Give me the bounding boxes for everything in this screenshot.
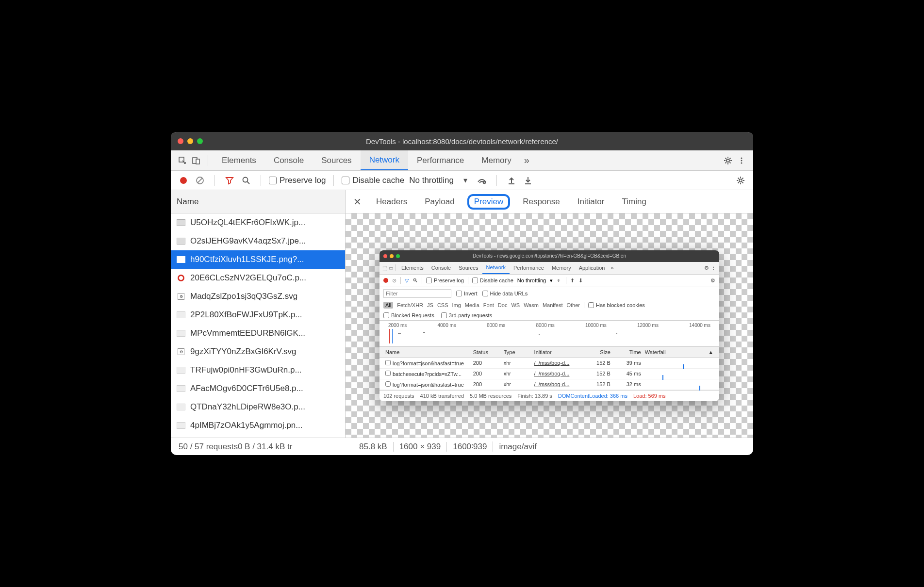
inner-disable-cache: Disable cache [472, 277, 513, 283]
dropdown-caret-icon[interactable]: ▾ [459, 174, 472, 187]
device-toolbar-icon[interactable] [189, 154, 203, 167]
inner-wifi-icon: ᯤ [557, 277, 562, 283]
clear-icon[interactable] [193, 174, 207, 187]
file-row[interactable]: TRFujw0pi0nHF3GwDuRn.p... [171, 361, 345, 379]
inspect-element-icon[interactable] [176, 154, 189, 167]
download-har-icon[interactable] [521, 174, 535, 187]
file-row[interactable]: h90CtfziXluvh1LSSKJE.png?... [171, 250, 345, 269]
file-name: 20E6CLcSzNV2GELQu7oC.p... [190, 273, 306, 283]
inner-toolbar-settings-icon: ⚙ [710, 277, 715, 284]
inner-category: Font [483, 302, 494, 308]
file-row[interactable]: U5OHzQL4tEKFr6OFIxWK.jp... [171, 213, 345, 232]
inner-blocked-row: Blocked Requests 3rd-party requests [380, 310, 719, 321]
timeline-label: 12000 ms [637, 323, 659, 328]
file-row[interactable]: ⚙MadqZslZpo1sj3qQ3GsZ.svg [171, 287, 345, 306]
kebab-menu-icon[interactable] [735, 154, 748, 167]
file-row[interactable]: AFacMOgv6D0CFTr6U5e8.p... [171, 379, 345, 398]
maximize-window-button[interactable] [197, 138, 203, 144]
inner-blocked-requests: Blocked Requests [383, 312, 434, 318]
inner-category: JS [427, 302, 433, 308]
file-row[interactable]: 20E6CLcSzNV2GELQu7oC.p... [171, 269, 345, 287]
file-type-icon [177, 404, 185, 410]
file-row[interactable]: QTDnaY32hLDipeRW8e3O.p... [171, 398, 345, 416]
filter-icon[interactable] [223, 174, 236, 187]
detail-tab-preview[interactable]: Preview [465, 190, 512, 213]
inner-overflow: » [610, 265, 613, 271]
network-toolbar: Preserve log Disable cache No throttling… [171, 171, 753, 190]
preview-area: DevTools - news.google.com/topstories?hl… [346, 213, 753, 438]
inner-tab-network: Network [482, 262, 510, 274]
settings-icon[interactable] [721, 154, 735, 167]
file-row[interactable]: 4pIMBj7zOAk1y5Agmmoj.pn... [171, 416, 345, 435]
disable-cache-label: Disable cache [352, 176, 404, 185]
svg-point-3 [726, 159, 729, 162]
sidebar-header-name[interactable]: Name [171, 190, 345, 213]
file-type-icon [177, 311, 185, 318]
divider [261, 175, 261, 186]
tab-network[interactable]: Network [361, 150, 408, 170]
file-row[interactable]: O2slJEHG9avKV4aqzSx7.jpe... [171, 232, 345, 250]
inner-table-row: log?format=json&hasfast=true200xhr/_/mss… [380, 358, 719, 369]
detail-tab-timing[interactable]: Timing [615, 190, 653, 213]
record-button[interactable] [177, 174, 190, 187]
tab-memory[interactable]: Memory [473, 150, 520, 170]
titlebar: DevTools - localhost:8080/docs/devtools/… [171, 132, 753, 150]
status-dimensions: 1600 × 939 [394, 442, 447, 452]
divider [208, 155, 208, 166]
file-type-icon [177, 330, 185, 337]
preserve-log-checkbox[interactable]: Preserve log [269, 176, 326, 185]
detail-tab-response[interactable]: Response [516, 190, 567, 213]
file-type-icon: ⚙ [177, 348, 185, 355]
inner-close-icon [383, 254, 387, 258]
upload-har-icon[interactable] [505, 174, 518, 187]
tab-elements[interactable]: Elements [213, 150, 265, 170]
file-row[interactable]: ⚙9gzXiTYY0nZzBxGI6KrV.svg [171, 342, 345, 361]
preview-image: DevTools - news.google.com/topstories?hl… [380, 250, 719, 401]
inner-category: Wasm [524, 302, 539, 308]
inner-has-blocked: Has blocked cookies [588, 302, 645, 308]
content-area: Name U5OHzQL4tEKFr6OFIxWK.jp...O2slJEHG9… [171, 190, 753, 438]
throttling-dropdown[interactable]: No throttling [407, 176, 456, 185]
file-row[interactable]: MPcVmmemtEEDURBN6lGK... [171, 324, 345, 342]
tab-performance[interactable]: Performance [408, 150, 473, 170]
detail-tab-headers[interactable]: Headers [369, 190, 414, 213]
file-name: 4pIMBj7zOAk1y5Agmmoj.pn... [190, 421, 302, 430]
search-icon[interactable] [239, 174, 253, 187]
inner-filter-icon: ▽ [405, 277, 409, 284]
tab-console[interactable]: Console [265, 150, 313, 170]
detail-tab-initiator[interactable]: Initiator [571, 190, 611, 213]
statusbar: 50 / 57 requests 0 B / 31.4 kB tr 85.8 k… [171, 438, 753, 455]
network-settings-icon[interactable] [734, 174, 747, 187]
inner-category: All [383, 302, 393, 309]
inner-table-row: log?format=json&hasfast=true200xhr/_/mss… [380, 379, 719, 390]
inner-tabs: ⬚ ▭ ElementsConsoleSourcesNetworkPerform… [380, 262, 719, 275]
file-type-icon [177, 256, 185, 263]
network-conditions-icon[interactable] [475, 174, 489, 187]
file-type-icon [177, 422, 185, 429]
file-name: U5OHzQL4tEKFr6OFIxWK.jp... [190, 218, 305, 228]
inner-throttling: No throttling [517, 277, 546, 283]
inner-category: CSS [437, 302, 448, 308]
disable-cache-checkbox[interactable]: Disable cache [342, 176, 404, 185]
inner-tab-performance: Performance [510, 262, 548, 274]
main-tabs: ElementsConsoleSourcesNetworkPerformance… [171, 150, 753, 171]
close-window-button[interactable] [178, 138, 183, 144]
svg-point-4 [741, 157, 742, 159]
inner-maximize-icon [396, 254, 400, 258]
inner-table-header: Name Status Type Initiator Size Time Wat… [380, 347, 719, 358]
close-detail-icon[interactable]: ✕ [349, 196, 365, 208]
minimize-window-button[interactable] [187, 138, 193, 144]
inner-table: Name Status Type Initiator Size Time Wat… [380, 347, 719, 390]
more-tabs-button[interactable]: » [520, 155, 533, 166]
file-type-icon [177, 385, 185, 392]
detail-tab-payload[interactable]: Payload [418, 190, 461, 213]
tab-sources[interactable]: Sources [313, 150, 360, 170]
inner-caret-icon: ▾ [550, 277, 553, 284]
file-row[interactable]: 2P2L80XfBoFWJFxU9TpK.p... [171, 306, 345, 324]
status-requests: 50 / 57 requests [179, 442, 238, 452]
inner-categories: AllFetch/XHRJSCSSImgMediaFontDocWSWasmMa… [380, 300, 719, 310]
inner-kebab-icon: ⋮ [711, 265, 716, 271]
inner-download-icon: ⬇ [578, 277, 583, 284]
timeline-label: 14000 ms [689, 323, 710, 328]
inner-timeline: 2000 ms4000 ms6000 ms8000 ms10000 ms1200… [380, 321, 719, 347]
